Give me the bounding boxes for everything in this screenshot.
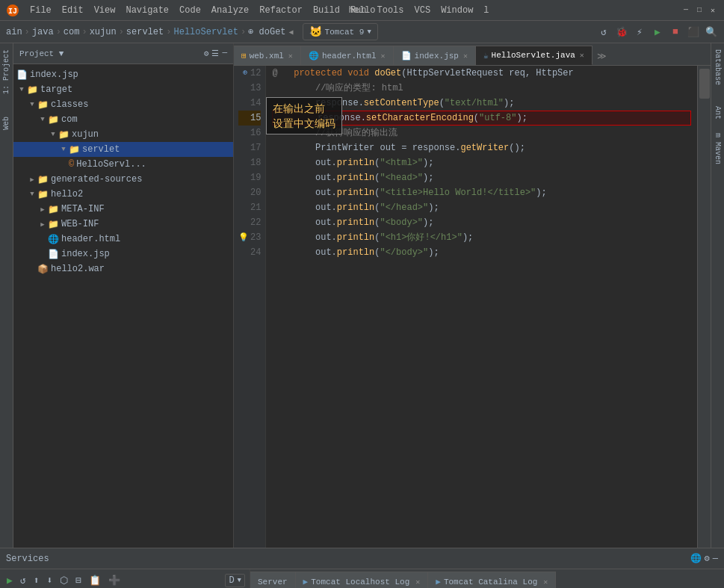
scroll-thumb[interactable] [699, 69, 710, 99]
menu-build[interactable]: Build [309, 4, 344, 17]
code-editor: ⊞ web.xml ✕ 🌐 header.html ✕ 📄 index.jsp … [234, 43, 711, 548]
chinese-annotation: 在输出之前 设置中文编码 [266, 97, 342, 134]
tree-item-web-inf[interactable]: ▶ 📁 WEB-INF [13, 217, 233, 232]
tab-headerhtml[interactable]: 🌐 header.html ✕ [301, 46, 394, 65]
war-icon: 📦 [37, 264, 49, 275]
close-tab-indexjsp[interactable]: ✕ [463, 52, 468, 61]
out-tab-server[interactable]: Server [250, 572, 296, 588]
menu-window[interactable]: Window [436, 4, 477, 17]
arrow-icon: ▶ [37, 205, 48, 214]
panel-tab-database[interactable]: Database [712, 46, 723, 88]
tree-item-xujun[interactable]: ▼ 📁 xujun [13, 127, 233, 142]
stop-icon[interactable]: ■ [669, 26, 682, 37]
minimize-button[interactable]: ─ [681, 5, 691, 16]
code-area: ⊕ 12 13 14 15 16 17 18 19 20 21 22 💡 23 … [234, 66, 711, 548]
close-tab-headerhtml[interactable]: ✕ [381, 52, 386, 61]
left-panel-tabs: 1: Project Web [0, 43, 13, 548]
main-layout: 1: Project Web Project ▼ ⚙ ☰ ─ 📄 index.j… [0, 43, 724, 548]
debug-icon[interactable]: 🐞 [615, 26, 628, 38]
panel-tab-project[interactable]: 1: Project [1, 46, 12, 97]
close-tab-webxml[interactable]: ✕ [288, 52, 293, 61]
folder-icon: 📁 [37, 174, 49, 185]
menu-navigate[interactable]: Navigate [121, 4, 173, 17]
down-icon[interactable]: ⬇ [44, 573, 55, 588]
menu-file[interactable]: File [25, 4, 56, 17]
tree-item-header-html[interactable]: 🌐 header.html [13, 232, 233, 247]
panel-tab-ant[interactable]: Ant [712, 103, 723, 123]
folder-icon: 📁 [58, 129, 69, 140]
panel-settings-icon[interactable]: ⚙ [204, 49, 209, 58]
project-panel-icons[interactable]: ⚙ ☰ ─ [204, 49, 227, 58]
group-icon[interactable]: ⬡ [58, 573, 70, 588]
tree-item-index-jsp[interactable]: 📄 index.jsp [13, 247, 233, 261]
menu-tools[interactable]: Tools [373, 4, 409, 17]
panel-tab-web[interactable]: Web [1, 114, 12, 133]
settings-icon[interactable]: ⚙ [705, 553, 710, 564]
tree-item-hello2[interactable]: ▼ 📁 hello2 [13, 187, 233, 202]
log-icon: ▶ [303, 577, 309, 587]
panel-minimize-icon[interactable]: ─ [222, 49, 227, 58]
globe-icon[interactable]: 🌐 [690, 553, 702, 564]
panel-gear-icon[interactable]: ☰ [211, 49, 219, 58]
d-dropdown[interactable]: D ▼ [225, 574, 245, 587]
tree-item-servlet[interactable]: ▼ 📁 servlet [13, 142, 233, 157]
out-tab-catalina-log[interactable]: ▶ Tomcat Catalina Log ✕ [428, 572, 556, 588]
menu-analyze[interactable]: Analyze [207, 4, 253, 17]
run-service-icon[interactable]: ▶ [4, 573, 15, 588]
output-tabs: Server ▶ Tomcat Localhost Log ✕ ▶ Tomcat… [250, 569, 724, 588]
menu-help[interactable]: l [479, 4, 493, 17]
filter-icon[interactable]: ⊟ [73, 573, 84, 588]
add-service-icon[interactable]: ➕ [106, 573, 123, 588]
minimize-panel-icon[interactable]: ─ [713, 554, 718, 564]
step-icon[interactable]: ⬛ [687, 26, 700, 38]
app-logo: IJ [6, 4, 19, 17]
menu-view[interactable]: View [90, 4, 120, 17]
deploy-icon[interactable]: 📋 [87, 573, 103, 588]
up-icon[interactable]: ⬆ [31, 573, 42, 588]
out-tab-localhost-log[interactable]: ▶ Tomcat Localhost Log ✕ [296, 572, 429, 588]
tree-item-meta-inf[interactable]: ▶ 📁 META-INF [13, 202, 233, 217]
run-config-icon[interactable]: ⚡ [633, 26, 646, 38]
menu-code[interactable]: Code [175, 4, 205, 17]
tab-helloservlet[interactable]: ☕ HelloServlet.java ✕ [476, 46, 592, 65]
menu-refactor[interactable]: Refactor [255, 4, 307, 17]
services-tree: ▶ ↺ ⬆ ⬇ ⬡ ⊟ 📋 ➕ D ▼ ▼ 🐱 Tomcat Se [0, 569, 250, 588]
window-controls[interactable]: ─ □ ✕ [681, 5, 718, 16]
tree-item-index-top[interactable]: 📄 index.jsp [13, 67, 233, 82]
html-icon: 🌐 [309, 51, 319, 61]
code-line-18: out. println ( "<html>" ); [272, 155, 691, 170]
tree-item-generated-sources[interactable]: ▶ 📁 generated-sources [13, 172, 233, 187]
search-icon[interactable]: 🔍 [705, 26, 718, 38]
refresh-service-icon[interactable]: ↺ [18, 573, 28, 588]
tree-item-helloservlet[interactable]: © HelloServl... [13, 157, 233, 172]
panel-tab-maven[interactable]: m Maven [712, 130, 723, 167]
code-content[interactable]: 在输出之前 设置中文编码 @ protected void doGet (Htt… [266, 66, 697, 548]
project-tree: 📄 index.jsp ▼ 📁 target ▼ 📁 classes ▼ [13, 64, 233, 548]
menu-bar[interactable]: File Edit View Navigate Code Analyze Ref… [25, 4, 494, 17]
svg-text:IJ: IJ [8, 7, 17, 16]
tomcat-label: Tomcat 9 [325, 28, 365, 37]
tabs-bar: ⊞ web.xml ✕ 🌐 header.html ✕ 📄 index.jsp … [234, 43, 711, 66]
refresh-icon[interactable]: ↺ [597, 26, 610, 38]
maximize-button[interactable]: □ [694, 5, 705, 16]
tree-item-com[interactable]: ▼ 📁 com [13, 112, 233, 127]
tree-item-target[interactable]: ▼ 📁 target [13, 82, 233, 97]
close-button[interactable]: ✕ [708, 5, 718, 16]
tomcat-icon: 🐱 [309, 25, 322, 38]
run-icon[interactable]: ▶ [651, 26, 664, 38]
tabs-overflow[interactable]: ≫ [592, 48, 611, 65]
close-localhost-log[interactable]: ✕ [415, 578, 420, 587]
close-tab-helloservlet[interactable]: ✕ [580, 51, 584, 60]
tab-webxml[interactable]: ⊞ web.xml ✕ [234, 46, 301, 65]
tab-indexjsp[interactable]: 📄 index.jsp ✕ [394, 46, 476, 65]
menu-edit[interactable]: Edit [58, 4, 88, 17]
tomcat-selector[interactable]: 🐱 Tomcat 9 ▼ [303, 23, 378, 40]
tree-item-hello2-war[interactable]: 📦 hello2.war [13, 261, 233, 276]
tree-item-classes[interactable]: ▼ 📁 classes [13, 97, 233, 112]
bottom-panel-icons[interactable]: 🌐 ⚙ ─ [690, 553, 718, 564]
menu-vcs[interactable]: VCS [410, 4, 436, 17]
close-catalina-log[interactable]: ✕ [543, 578, 548, 587]
code-line-13: //响应的类型: html [272, 81, 691, 96]
arrow-icon: ▼ [37, 116, 48, 123]
jsp-icon: 📄 [401, 51, 412, 61]
